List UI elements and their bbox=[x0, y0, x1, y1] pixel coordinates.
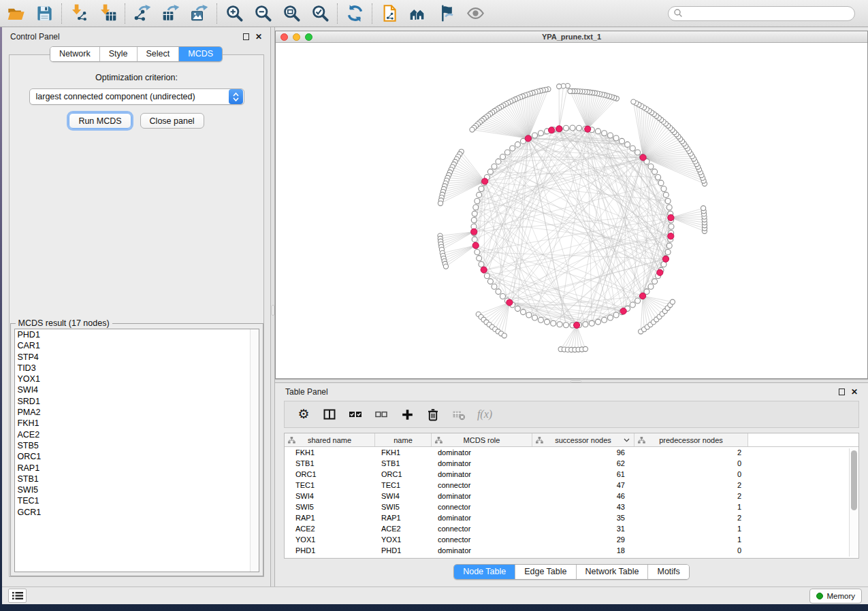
import-network-icon[interactable] bbox=[65, 2, 93, 25]
mcds-result-item[interactable]: RAP1 bbox=[15, 463, 259, 474]
mcds-result-item[interactable]: TID3 bbox=[15, 363, 259, 374]
cell-predecessor-nodes: 0 bbox=[634, 470, 748, 478]
zoom-selected-icon[interactable] bbox=[306, 2, 334, 25]
zoom-fit-icon[interactable] bbox=[277, 2, 306, 25]
column-header-MCDS-role[interactable]: MCDS role bbox=[432, 433, 532, 446]
save-session-icon[interactable] bbox=[30, 2, 59, 25]
refresh-icon[interactable] bbox=[340, 2, 369, 25]
eye-icon[interactable] bbox=[461, 2, 489, 25]
mcds-result-item[interactable]: CAR1 bbox=[15, 340, 259, 351]
network-canvas[interactable] bbox=[276, 43, 867, 378]
float-panel-icon[interactable] bbox=[243, 33, 249, 40]
splitter-handle[interactable] bbox=[570, 380, 581, 382]
zoom-in-icon[interactable] bbox=[220, 2, 248, 25]
mcds-result-item[interactable]: SWI4 bbox=[15, 384, 259, 395]
tab-edge-table[interactable]: Edge Table bbox=[515, 565, 576, 579]
mcds-result-item[interactable]: YOX1 bbox=[15, 374, 259, 384]
delete-table-icon[interactable] bbox=[446, 403, 472, 426]
table-row[interactable]: ACE2ACE2connector311 bbox=[285, 523, 858, 534]
table-scrollbar[interactable] bbox=[849, 448, 858, 557]
mcds-result-item[interactable]: GCR1 bbox=[15, 507, 259, 518]
tab-mcds[interactable]: MCDS bbox=[179, 47, 222, 61]
delete-column-icon[interactable] bbox=[420, 403, 446, 426]
column-header-name[interactable]: name bbox=[375, 433, 432, 446]
add-column-icon[interactable] bbox=[394, 403, 420, 426]
tab-style[interactable]: Style bbox=[100, 47, 138, 61]
select-all-icon[interactable] bbox=[342, 403, 368, 426]
tab-network[interactable]: Network bbox=[50, 47, 100, 61]
mcds-result-item[interactable]: SWI5 bbox=[15, 484, 259, 495]
export-image-icon[interactable] bbox=[185, 2, 214, 25]
cell-predecessor-nodes: 1 bbox=[634, 525, 748, 533]
node-table[interactable]: shared namenameMCDS rolesuccessor nodesp… bbox=[284, 433, 859, 559]
mcds-result-item[interactable]: STP4 bbox=[15, 352, 259, 363]
mcds-result-item[interactable]: TEC1 bbox=[15, 495, 259, 506]
table-row[interactable]: SWI4SWI4dominator462 bbox=[285, 491, 858, 501]
toolbar-separator bbox=[61, 3, 62, 24]
close-panel-icon[interactable]: ✕ bbox=[255, 33, 262, 40]
table-row[interactable]: YOX1YOX1connector291 bbox=[285, 534, 858, 545]
export-network-icon[interactable] bbox=[128, 2, 157, 25]
cell-mcds-role: dominator bbox=[432, 514, 532, 522]
search-box[interactable] bbox=[668, 6, 855, 21]
column-header-predecessor-nodes[interactable]: predecessor nodes bbox=[634, 433, 748, 446]
list-scrollbar[interactable] bbox=[250, 329, 259, 572]
cell-shared-name: PHD1 bbox=[285, 546, 375, 555]
cell-shared-name: ACE2 bbox=[285, 525, 375, 533]
table-row[interactable]: SWI5SWI5connector431 bbox=[285, 501, 858, 512]
close-panel-icon[interactable]: ✕ bbox=[851, 389, 858, 395]
cell-name: STB1 bbox=[375, 459, 432, 467]
mcds-result-item[interactable]: PMA2 bbox=[15, 407, 259, 418]
import-table-icon[interactable] bbox=[93, 2, 122, 25]
mcds-result-item[interactable]: ORC1 bbox=[15, 451, 259, 462]
mcds-result-item[interactable]: STB1 bbox=[15, 474, 259, 484]
table-row[interactable]: FKH1FKH1dominator962 bbox=[285, 447, 858, 458]
mcds-result-item[interactable]: STB5 bbox=[15, 440, 259, 451]
settings-gear-icon[interactable]: ⚙ bbox=[291, 403, 317, 426]
cell-shared-name: YOX1 bbox=[285, 535, 375, 544]
table-row[interactable]: PHD1PHD1dominator180 bbox=[285, 545, 858, 556]
splitter-handle[interactable] bbox=[272, 305, 274, 316]
tab-network-table[interactable]: Network Table bbox=[577, 565, 649, 579]
column-header-successor-nodes[interactable]: successor nodes bbox=[532, 433, 634, 446]
mcds-result-item[interactable]: ACE2 bbox=[15, 429, 259, 440]
horizontal-splitter[interactable] bbox=[275, 379, 868, 383]
tab-node-table[interactable]: Node Table bbox=[454, 565, 515, 579]
cell-name: PHD1 bbox=[375, 546, 432, 555]
table-header-row: shared namenameMCDS rolesuccessor nodesp… bbox=[285, 433, 858, 447]
scrollbar-thumb[interactable] bbox=[851, 450, 857, 510]
search-input[interactable] bbox=[683, 9, 854, 18]
optimization-criterion-select[interactable]: largest connected component (undirected) bbox=[29, 88, 244, 105]
table-row[interactable]: RAP1RAP1dominator352 bbox=[285, 512, 858, 523]
table-row[interactable]: STB1STB1dominator620 bbox=[285, 458, 858, 469]
column-header-shared-name[interactable]: shared name bbox=[285, 433, 375, 446]
task-history-button[interactable] bbox=[8, 589, 27, 603]
mcds-result-item[interactable]: SRD1 bbox=[15, 396, 259, 407]
network-overview-icon[interactable] bbox=[404, 2, 432, 25]
memory-button[interactable]: Memory bbox=[809, 589, 862, 604]
select-stepper-icon bbox=[229, 89, 243, 104]
run-mcds-button[interactable]: Run MCDS bbox=[69, 113, 131, 129]
table-row[interactable]: TEC1TEC1connector472 bbox=[285, 480, 858, 491]
float-panel-icon[interactable] bbox=[839, 389, 845, 395]
status-bar: Memory bbox=[2, 587, 868, 604]
toggle-panels-icon[interactable] bbox=[317, 403, 342, 426]
table-row[interactable]: ORC1ORC1dominator610 bbox=[285, 469, 858, 480]
mcds-result-item[interactable]: FKH1 bbox=[15, 418, 259, 429]
zoom-out-icon[interactable] bbox=[248, 2, 277, 25]
flag-icon[interactable] bbox=[432, 2, 461, 25]
close-panel-button[interactable]: Close panel bbox=[140, 113, 204, 129]
tab-motifs[interactable]: Motifs bbox=[648, 565, 688, 579]
cell-successor-nodes: 29 bbox=[532, 535, 634, 544]
share-document-icon[interactable] bbox=[375, 2, 404, 25]
vertical-splitter[interactable] bbox=[270, 27, 275, 587]
function-builder-icon[interactable]: f(x) bbox=[472, 403, 498, 426]
open-file-icon[interactable] bbox=[1, 2, 30, 25]
export-table-icon[interactable] bbox=[157, 2, 185, 25]
mcds-result-item[interactable]: PHD1 bbox=[15, 329, 259, 340]
deselect-all-icon[interactable] bbox=[368, 403, 394, 426]
table-panel-title: Table Panel bbox=[285, 387, 328, 397]
mcds-result-list[interactable]: PHD1CAR1STP4TID3YOX1SWI4SRD1PMA2FKH1ACE2… bbox=[14, 329, 259, 572]
network-window-titlebar[interactable]: YPA_prune.txt_1 bbox=[276, 31, 867, 43]
tab-select[interactable]: Select bbox=[138, 47, 180, 61]
